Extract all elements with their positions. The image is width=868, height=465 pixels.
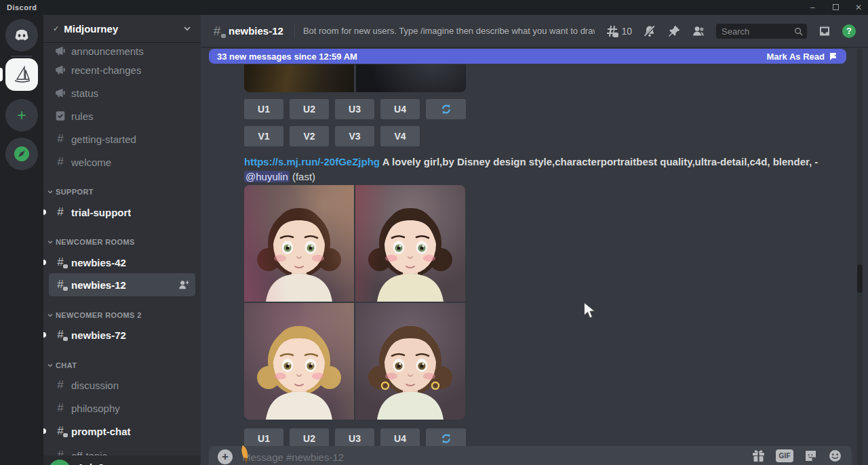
sidebar-item-prompt-chat[interactable]: # prompt-chat (49, 420, 195, 443)
sidebar-item-recent-changes[interactable]: recent-changes (49, 58, 195, 81)
user-area[interactable]: Ash Jones (43, 456, 201, 465)
mark-as-read-button[interactable]: Mark As Read (767, 52, 839, 62)
sidebar-item-rules[interactable]: rules (49, 104, 195, 127)
chevron-down-icon (47, 363, 53, 368)
home-button[interactable] (5, 19, 38, 52)
u1-button[interactable]: U1 (244, 99, 283, 119)
create-invite-icon[interactable] (178, 279, 190, 291)
inbox-icon[interactable] (818, 24, 831, 38)
sticker-icon[interactable] (804, 449, 818, 463)
members-icon[interactable] (692, 24, 705, 38)
category-newcomer-rooms[interactable]: NEWCOMER ROOMS (47, 235, 195, 249)
gift-icon[interactable] (751, 449, 766, 463)
u2-button[interactable]: U2 (290, 99, 329, 119)
generated-image-quadrant-2[interactable] (355, 185, 465, 302)
mode-label: (fast) (292, 171, 315, 182)
pin-icon[interactable] (667, 24, 681, 38)
thread-count: 10 (621, 26, 632, 37)
category-label: NEWCOMER ROOMS 2 (56, 311, 142, 319)
channel-label: rules (71, 110, 94, 122)
hash-chat-icon: # (210, 24, 224, 39)
search-input[interactable]: Search (716, 24, 807, 39)
sidebar-item-philosophy[interactable]: # philosophy (49, 397, 195, 420)
sidebar-item-getting-started[interactable]: # getting-started (49, 127, 195, 150)
refresh-icon (440, 103, 452, 115)
plus-icon: + (17, 107, 26, 123)
brush-cursor-overlay (236, 442, 256, 465)
server-header[interactable]: ✓ Midjourney (43, 15, 201, 42)
v1-button[interactable]: V1 (244, 126, 283, 146)
v3-button[interactable]: V3 (335, 126, 374, 146)
sidebar-item-newbies-12[interactable]: # newbies-12 (49, 273, 195, 296)
generated-image-partial-right[interactable] (356, 64, 466, 92)
notifications-off-icon[interactable] (643, 24, 656, 38)
mark-as-read-label: Mark As Read (767, 52, 825, 62)
sidebar-item-newbies-72[interactable]: # newbies-72 (49, 323, 195, 346)
discord-window: Discord – ✕ + (0, 0, 868, 465)
generated-image-grid[interactable] (244, 185, 465, 420)
prompt-link[interactable]: https://s.mj.run/-20fGeZjphg (244, 156, 380, 167)
emoji-icon[interactable] (828, 449, 842, 463)
generated-image-quadrant-1[interactable] (244, 185, 354, 302)
sidebar-item-status[interactable]: status (49, 81, 195, 104)
u3-button[interactable]: U3 (335, 99, 374, 119)
minimize-button[interactable]: – (807, 0, 818, 15)
generated-image-quadrant-3[interactable] (244, 303, 354, 420)
chat-scrollbar[interactable] (857, 49, 863, 465)
channel-sidebar: announcements recent-changes status rule… (43, 15, 201, 465)
reroll-button[interactable] (426, 99, 466, 119)
avatar[interactable] (49, 460, 71, 465)
attach-plus-icon[interactable]: + (218, 449, 233, 464)
compass-icon (13, 145, 31, 163)
megaphone-icon (54, 64, 66, 76)
v2-button[interactable]: V2 (290, 126, 329, 146)
refresh-icon (440, 432, 452, 445)
unread-pill (43, 260, 46, 265)
message-composer[interactable]: + Message #newbies-12 GIF (209, 446, 852, 465)
explore-servers-button[interactable] (5, 138, 38, 170)
maximize-button[interactable] (830, 0, 841, 15)
channel-name: newbies-12 (229, 25, 283, 37)
category-newcomer-rooms-2[interactable]: NEWCOMER ROOMS 2 (47, 308, 195, 322)
search-placeholder: Search (722, 26, 749, 37)
rules-book-icon (54, 110, 66, 122)
unread-pill (43, 209, 46, 215)
hash-icon: # (54, 205, 66, 219)
hash-chat-icon: # (54, 278, 66, 291)
help-button[interactable]: ? (842, 24, 856, 38)
generated-image-quadrant-4[interactable] (355, 303, 465, 420)
composer-placeholder: Message #newbies-12 (242, 451, 344, 463)
sidebar-item-newbies-42[interactable]: # newbies-42 (49, 251, 195, 274)
channel-label: status (71, 87, 98, 99)
server-icon-midjourney[interactable] (5, 58, 38, 91)
header-divider (294, 24, 295, 39)
channel-label: philosophy (71, 403, 120, 414)
generated-image-partial-left[interactable] (244, 64, 354, 92)
v4-button[interactable]: V4 (380, 126, 420, 146)
server-rail: + (0, 15, 43, 465)
sidebar-item-welcome[interactable]: # welcome (49, 150, 195, 174)
category-chat[interactable]: CHAT (47, 359, 195, 372)
prompt-text: A lovely girl,by Disney design style,cha… (382, 156, 818, 167)
hash-chat-icon: # (54, 256, 66, 269)
user-mention[interactable]: @huyulin (244, 171, 290, 182)
chat-main: # newbies-12 Bot room for new users. Typ… (201, 15, 868, 465)
variation-button-row: V1 V2 V3 V4 (244, 126, 420, 146)
add-server-button[interactable]: + (5, 99, 38, 132)
hash-icon: # (54, 401, 66, 415)
server-name: Midjourney (64, 23, 183, 35)
threads-button[interactable]: 10 (606, 24, 632, 38)
megaphone-icon (54, 87, 66, 99)
gif-picker-button[interactable]: GIF (776, 449, 793, 462)
category-support[interactable]: SUPPORT (47, 185, 195, 199)
sidebar-item-discussion[interactable]: # discussion (49, 373, 195, 397)
u4-button[interactable]: U4 (380, 99, 420, 119)
sidebar-item-trial-support[interactable]: # trial-support (49, 201, 195, 224)
verified-check-icon: ✓ (53, 24, 59, 33)
channel-label: getting-started (71, 134, 136, 145)
earrings-overlay (355, 303, 465, 420)
previous-image-grid-partial[interactable] (244, 64, 466, 92)
close-button[interactable]: ✕ (853, 0, 864, 15)
channel-topic[interactable]: Bot room for new users. Type /imagine th… (303, 26, 595, 36)
scrollbar-thumb[interactable] (857, 264, 863, 293)
